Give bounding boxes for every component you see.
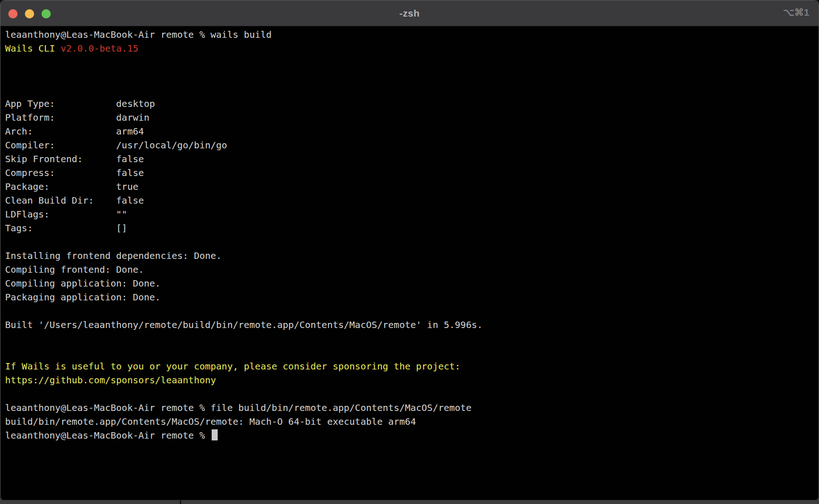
terminal-text: https://github.com/sponsors/leaanthony (5, 375, 216, 386)
terminal-line: Compress: false (5, 166, 815, 180)
terminal-text: Tags: [] (5, 223, 127, 234)
terminal-line: build/bin/remote.app/Contents/MacOS/remo… (5, 415, 815, 428)
terminal-text: Compiling frontend: Done. (5, 264, 144, 275)
terminal-text: Built '/Users/leaanthony/remote/build/bi… (5, 319, 483, 330)
terminal-text: Packaging application: Done. (5, 292, 160, 303)
terminal-line: Tags: [] (5, 221, 815, 235)
terminal-line: If Wails is useful to you or your compan… (5, 359, 815, 373)
terminal-line: Compiler: /usr/local/go/bin/go (5, 138, 815, 152)
terminal-line (5, 55, 815, 69)
terminal-line: Installing frontend dependencies: Done. (5, 249, 815, 263)
terminal-text: v2.0.0-beta.15 (60, 43, 138, 54)
terminal-text: Installing frontend dependencies: Done. (5, 250, 222, 261)
terminal-line (5, 387, 815, 401)
terminal-text: Compress: false (5, 167, 144, 178)
terminal-line: leaanthony@Leas-MacBook-Air remote % (5, 428, 815, 442)
terminal-line: leaanthony@Leas-MacBook-Air remote % fil… (5, 401, 815, 415)
terminal-text: Compiler: /usr/local/go/bin/go (5, 140, 227, 151)
terminal-line: Compiling frontend: Done. (5, 263, 815, 276)
terminal-line: leaanthony@Leas-MacBook-Air remote % wai… (5, 28, 815, 41)
terminal-line (5, 235, 815, 249)
terminal-line (5, 332, 815, 346)
terminal-text: App Type: desktop (5, 98, 155, 109)
terminal-line: Skip Frontend: false (5, 152, 815, 166)
terminal-line (5, 304, 815, 318)
terminal-body[interactable]: leaanthony@Leas-MacBook-Air remote % wai… (0, 26, 819, 442)
terminal-line: Compiling application: Done. (5, 276, 815, 290)
terminal-line: Wails CLI v2.0.0-beta.15 (5, 41, 815, 55)
terminal-line: Packaging application: Done. (5, 290, 815, 304)
terminal-line: Package: true (5, 180, 815, 193)
terminal-text: If Wails is useful to you or your compan… (5, 361, 460, 372)
terminal-cursor (212, 429, 218, 440)
terminal-window: -zsh ⌥⌘1 leaanthony@Leas-MacBook-Air rem… (0, 0, 819, 500)
close-button[interactable] (8, 9, 18, 18)
tab-shortcut-label: ⌥⌘1 (783, 7, 809, 18)
screen: -zsh ⌥⌘1 leaanthony@Leas-MacBook-Air rem… (0, 0, 819, 504)
traffic-lights (8, 9, 51, 18)
terminal-text: leaanthony@Leas-MacBook-Air remote % (5, 430, 211, 441)
terminal-line (5, 346, 815, 359)
terminal-line: Platform: darwin (5, 111, 815, 124)
terminal-text: leaanthony@Leas-MacBook-Air remote % wai… (5, 29, 272, 40)
terminal-text: leaanthony@Leas-MacBook-Air remote % fil… (5, 402, 471, 413)
terminal-text: Package: true (5, 181, 138, 192)
terminal-line: Built '/Users/leaanthony/remote/build/bi… (5, 318, 815, 332)
terminal-line: App Type: desktop (5, 97, 815, 111)
zoom-button[interactable] (42, 9, 51, 18)
titlebar[interactable]: -zsh ⌥⌘1 (0, 0, 819, 26)
terminal-text: Arch: arm64 (5, 126, 144, 137)
terminal-text: Compiling application: Done. (5, 278, 160, 289)
terminal-text: Platform: darwin (5, 112, 149, 123)
terminal-text: LDFlags: "" (5, 209, 127, 220)
minimize-button[interactable] (25, 9, 34, 18)
terminal-line (5, 83, 815, 97)
terminal-line: https://github.com/sponsors/leaanthony (5, 373, 815, 387)
terminal-text: Wails CLI (5, 43, 60, 54)
terminal-text: Skip Frontend: false (5, 153, 144, 164)
terminal-line: Clean Build Dir: false (5, 193, 815, 207)
terminal-text: Clean Build Dir: false (5, 195, 144, 206)
terminal-line: Arch: arm64 (5, 124, 815, 138)
terminal-line: LDFlags: "" (5, 207, 815, 221)
terminal-text: build/bin/remote.app/Contents/MacOS/remo… (5, 416, 416, 427)
window-title: -zsh (399, 8, 420, 19)
terminal-line (5, 69, 815, 83)
